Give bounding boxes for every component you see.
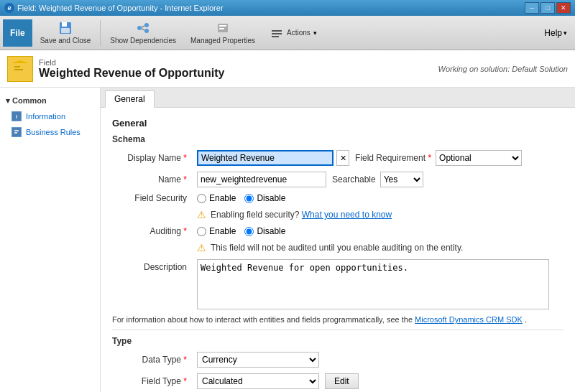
display-name-required: * bbox=[183, 153, 187, 163]
svg-rect-2 bbox=[61, 28, 70, 33]
field-requirement-label: Field Requirement * bbox=[355, 153, 431, 163]
sidebar-item-information[interactable]: i Information bbox=[0, 108, 100, 124]
svg-rect-11 bbox=[272, 30, 282, 32]
tab-bar: General bbox=[101, 88, 575, 108]
svg-rect-10 bbox=[219, 28, 224, 29]
svg-rect-20 bbox=[12, 128, 21, 136]
svg-text:i: i bbox=[16, 113, 17, 120]
auditing-row: Auditing * Enable Disable bbox=[112, 226, 564, 236]
managed-properties-icon bbox=[216, 21, 230, 35]
svg-rect-16 bbox=[14, 66, 20, 67]
ribbon: File Save and Close Show Dependencies bbox=[0, 16, 575, 50]
svg-point-3 bbox=[137, 26, 142, 30]
sidebar-item-business-rules-label: Business Rules bbox=[26, 128, 80, 136]
show-dependencies-button[interactable]: Show Dependencies bbox=[104, 19, 183, 47]
svg-rect-17 bbox=[14, 69, 23, 70]
minimize-button[interactable]: – bbox=[525, 2, 539, 14]
field-type-label: Field Type * bbox=[112, 376, 191, 386]
warning-icon: ⚠ bbox=[197, 209, 206, 220]
tab-general[interactable]: General bbox=[105, 90, 155, 108]
display-name-clear-button[interactable]: ✕ bbox=[336, 150, 349, 166]
name-label: Name * bbox=[112, 174, 191, 185]
field-security-row: Field Security Enable Disable bbox=[112, 193, 564, 203]
ie-logo-icon: e bbox=[4, 3, 14, 13]
show-dependencies-label: Show Dependencies bbox=[110, 37, 176, 45]
managed-properties-label: Managed Properties bbox=[190, 37, 255, 45]
display-name-input[interactable] bbox=[197, 150, 334, 166]
title-bar: e Field: Weighted Revenue of Opportunity… bbox=[0, 0, 575, 16]
sdk-link[interactable]: Microsoft Dynamics CRM SDK bbox=[415, 315, 523, 324]
warning-text: Enabling field security? What you need t… bbox=[211, 210, 392, 220]
header-bar: Field Weighted Revenue of Opportunity Wo… bbox=[0, 50, 575, 88]
save-close-button[interactable]: Save and Close bbox=[34, 19, 98, 47]
save-close-icon bbox=[58, 21, 73, 35]
entity-icon bbox=[7, 56, 33, 82]
save-close-label: Save and Close bbox=[40, 37, 91, 45]
type-section-header: Type bbox=[112, 336, 564, 346]
actions-button[interactable]: Actions ▾ bbox=[263, 19, 323, 47]
maximize-button[interactable]: □ bbox=[540, 2, 555, 14]
solution-label: Working on solution: Default Solution bbox=[438, 65, 568, 73]
auditing-warning-text: This field will not be audited until you… bbox=[211, 243, 463, 253]
actions-icon bbox=[270, 26, 284, 40]
section-divider bbox=[112, 330, 564, 330]
data-type-label: Data Type * bbox=[112, 355, 191, 365]
searchable-select[interactable]: Yes No bbox=[380, 172, 423, 187]
sidebar-item-business-rules[interactable]: Business Rules bbox=[0, 124, 100, 140]
help-label: Help bbox=[544, 28, 562, 38]
entity-name-label: Weighted Revenue of Opportunity bbox=[39, 67, 224, 80]
field-security-enable-option[interactable]: Enable bbox=[197, 193, 236, 203]
svg-rect-13 bbox=[272, 36, 279, 37]
auditing-disable-option[interactable]: Disable bbox=[244, 226, 285, 236]
file-button[interactable]: File bbox=[3, 19, 32, 47]
auditing-warning-row: ⚠ This field will not be audited until y… bbox=[197, 242, 564, 253]
display-name-row: Display Name * ✕ Field Requirement * Opt… bbox=[112, 150, 564, 166]
svg-marker-15 bbox=[12, 60, 29, 63]
name-input[interactable] bbox=[197, 172, 326, 187]
description-row: Description Weighted Revenue for open op… bbox=[112, 259, 564, 309]
content-area: ▾ Common i Information Business Rules Ge… bbox=[0, 88, 575, 392]
help-button[interactable]: Help ▾ bbox=[539, 24, 572, 42]
show-dependencies-icon bbox=[136, 21, 150, 35]
field-type-row: Field Type * Calculated Simple Rollup Ed… bbox=[112, 373, 564, 389]
svg-line-6 bbox=[142, 26, 144, 27]
close-button[interactable]: ✕ bbox=[556, 2, 571, 14]
auditing-radio-group: Enable Disable bbox=[197, 226, 285, 236]
auditing-disable-radio[interactable] bbox=[244, 227, 254, 236]
section-general-header: General bbox=[112, 118, 564, 129]
ribbon-separator-1 bbox=[100, 20, 101, 46]
data-type-row: Data Type * Currency bbox=[112, 352, 564, 368]
information-icon: i bbox=[12, 111, 22, 121]
business-rules-icon bbox=[12, 127, 22, 137]
sidebar: ▾ Common i Information Business Rules bbox=[0, 88, 101, 392]
svg-line-7 bbox=[142, 29, 144, 30]
auditing-enable-option[interactable]: Enable bbox=[197, 226, 236, 236]
description-textarea[interactable]: Weighted Revenue for open opportunities. bbox=[197, 259, 549, 309]
searchable-group: Searchable Yes No bbox=[332, 172, 423, 187]
svg-rect-12 bbox=[272, 33, 282, 34]
edit-button[interactable]: Edit bbox=[325, 373, 359, 389]
svg-point-4 bbox=[144, 23, 149, 27]
field-security-disable-radio[interactable] bbox=[244, 194, 254, 203]
title-bar-text: Field: Weighted Revenue of Opportunity -… bbox=[17, 4, 224, 12]
field-requirement-select[interactable]: Optional Business Recommended Business R… bbox=[436, 150, 522, 166]
actions-arrow: ▾ bbox=[313, 29, 317, 37]
field-type-select[interactable]: Calculated Simple Rollup bbox=[197, 373, 319, 389]
searchable-label: Searchable bbox=[332, 174, 376, 185]
auditing-warning-icon: ⚠ bbox=[197, 242, 206, 253]
svg-point-5 bbox=[144, 29, 149, 33]
field-security-enable-radio[interactable] bbox=[197, 194, 206, 203]
svg-rect-1 bbox=[62, 22, 67, 27]
field-security-label: Field Security bbox=[112, 193, 191, 203]
warning-link[interactable]: What you need to know bbox=[302, 210, 392, 220]
managed-properties-button[interactable]: Managed Properties bbox=[184, 19, 262, 47]
auditing-enable-radio[interactable] bbox=[197, 227, 206, 236]
field-security-disable-option[interactable]: Disable bbox=[244, 193, 285, 203]
field-security-warning-row: ⚠ Enabling field security? What you need… bbox=[197, 209, 564, 220]
schema-header: Schema bbox=[112, 134, 564, 144]
sidebar-item-information-label: Information bbox=[26, 112, 65, 121]
data-type-select[interactable]: Currency bbox=[197, 352, 319, 368]
description-label: Description bbox=[112, 259, 191, 272]
help-arrow: ▾ bbox=[564, 29, 567, 37]
field-requirement-group: Field Requirement * Optional Business Re… bbox=[355, 150, 522, 166]
